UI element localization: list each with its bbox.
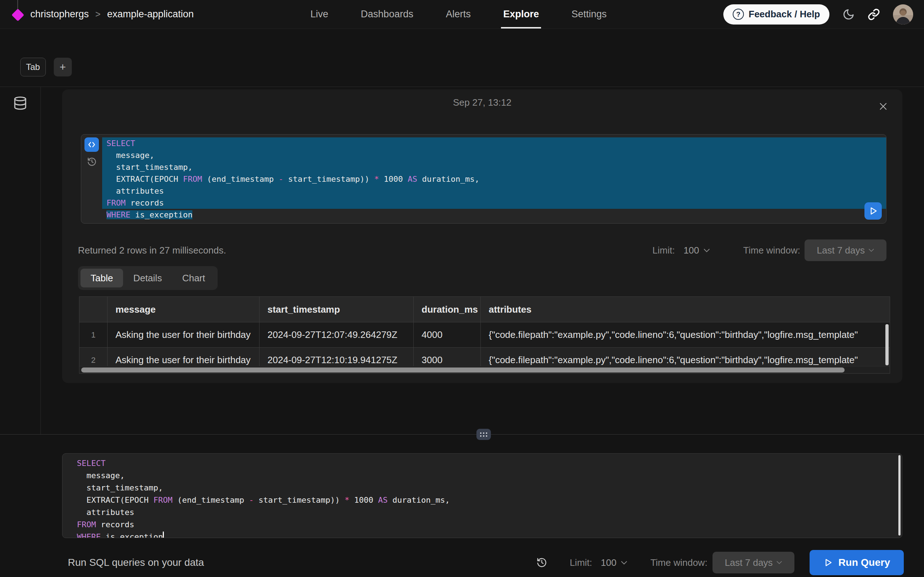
time-window-label: Time window: — [743, 245, 800, 256]
query-tabs-bar: Tab + — [20, 58, 72, 76]
top-navigation-bar: christophergs > example-application Live… — [0, 0, 924, 29]
time-window-select[interactable]: Last 7 days — [804, 239, 887, 261]
sql-line: WHERE is_exception — [77, 531, 902, 538]
cell-duration_ms: 4000 — [414, 322, 481, 347]
add-tab-button[interactable]: + — [54, 58, 72, 76]
code-brackets-icon[interactable] — [84, 137, 99, 152]
limit-value[interactable]: 100 — [683, 245, 699, 256]
vertical-scrollbar-thumb[interactable] — [885, 324, 888, 365]
result-meta-text: Returned 2 rows in 27 milliseconds. — [78, 245, 226, 256]
results-table-clip: messagestart_timestampduration_msattribu… — [79, 297, 890, 366]
nav-item-dashboards[interactable]: Dashboards — [359, 0, 416, 29]
sql-line: message, — [102, 149, 886, 161]
sql-line: WHERE is_exception — [102, 209, 886, 221]
breadcrumb-project[interactable]: example-application — [107, 9, 194, 20]
pane-resize-handle[interactable] — [477, 429, 491, 440]
breadcrumb-org[interactable]: christophergs — [30, 9, 89, 20]
feedback-help-label: Feedback / Help — [749, 9, 820, 20]
time-window-select-bottom[interactable]: Last 7 days — [712, 552, 795, 574]
row-number: 1 — [79, 322, 108, 347]
editor-hint-text: Run SQL queries on your data — [68, 557, 204, 568]
time-window-value-bottom: Last 7 days — [725, 557, 773, 568]
cell-duration_ms: 3000 — [414, 348, 481, 366]
limit-label-bottom: Limit: — [570, 557, 592, 568]
share-link-icon[interactable] — [868, 8, 880, 21]
view-tab-chart[interactable]: Chart — [172, 269, 215, 287]
topbar-actions: ? Feedback / Help — [723, 4, 913, 24]
column-header-message[interactable]: message — [108, 297, 260, 322]
sql-line: attributes — [102, 185, 886, 197]
sql-line: FROM records — [102, 197, 886, 209]
query-history-icon[interactable] — [536, 557, 547, 568]
breadcrumb-separator: > — [95, 9, 101, 19]
cell-attributes: {"code.filepath":"example.py","code.line… — [481, 322, 890, 347]
sql-preview-gutter — [81, 134, 102, 223]
pane-split-line — [0, 434, 924, 435]
nav-item-live[interactable]: Live — [308, 0, 331, 29]
nav-item-alerts[interactable]: Alerts — [444, 0, 473, 29]
time-window-value: Last 7 days — [817, 245, 865, 256]
logo-diamond-icon — [11, 8, 24, 21]
feedback-help-button[interactable]: ? Feedback / Help — [723, 4, 829, 24]
main-nav: LiveDashboardsAlertsExploreSettings — [194, 0, 723, 29]
sql-line: SELECT — [102, 137, 886, 149]
nav-item-settings[interactable]: Settings — [569, 0, 609, 29]
result-card-header: Sep 27, 13:12 — [78, 89, 887, 115]
close-icon[interactable] — [877, 100, 889, 113]
chevron-down-icon[interactable] — [621, 561, 627, 565]
horizontal-scrollbar[interactable] — [79, 366, 890, 373]
table-row[interactable]: 1Asking the user for their birthday2024-… — [79, 322, 890, 347]
column-header-start_timestamp[interactable]: start_timestamp — [260, 297, 414, 322]
theme-toggle-moon-icon[interactable] — [842, 8, 855, 21]
run-selection-play-icon[interactable] — [864, 202, 882, 220]
tab-chip[interactable]: Tab — [20, 58, 46, 76]
sql-line: FROM records — [77, 519, 902, 531]
nav-item-explore[interactable]: Explore — [501, 0, 541, 29]
limit-value-bottom[interactable]: 100 — [601, 557, 617, 568]
cell-attributes: {"code.filepath":"example.py","code.line… — [481, 348, 890, 366]
run-query-button[interactable]: Run Query — [809, 550, 904, 575]
text-cursor — [163, 532, 164, 538]
user-avatar[interactable] — [893, 4, 913, 24]
view-tab-table[interactable]: Table — [81, 269, 123, 287]
column-header-duration_ms[interactable]: duration_ms — [414, 297, 481, 322]
sql-line: EXTRACT(EPOCH FROM (end_timestamp - star… — [102, 173, 886, 185]
result-view-tabs: TableDetailsChart — [78, 266, 218, 290]
sql-line: start_timestamp, — [77, 482, 902, 494]
row-number: 2 — [79, 348, 108, 366]
limit-label: Limit: — [653, 245, 675, 256]
bottom-bar-controls: Limit: 100 Time window: Last 7 days Run … — [536, 550, 904, 575]
query-result-card: Sep 27, 13:12 SELECT message, start_time… — [62, 89, 902, 383]
horizontal-scrollbar-thumb[interactable] — [81, 367, 845, 372]
table-row[interactable]: 2Asking the user for their birthday2024-… — [79, 347, 890, 366]
question-circle-icon: ? — [733, 9, 744, 20]
run-query-label: Run Query — [838, 557, 890, 568]
time-window-label-bottom: Time window: — [650, 557, 708, 568]
left-sidebar — [0, 87, 41, 434]
chevron-down-icon[interactable] — [703, 248, 710, 253]
breadcrumb: christophergs > example-application — [30, 9, 194, 20]
bottom-action-bar: Run SQL queries on your data Limit: 100 … — [0, 548, 924, 577]
view-tab-details[interactable]: Details — [123, 269, 172, 287]
history-clock-icon[interactable] — [87, 157, 97, 167]
results-table: messagestart_timestampduration_msattribu… — [79, 297, 890, 374]
sql-line: attributes — [77, 506, 902, 519]
sql-line: message, — [77, 469, 902, 482]
table-header-row: messagestart_timestampduration_msattribu… — [79, 297, 890, 322]
cell-start_timestamp: 2024-09-27T12:10:19.941275Z — [260, 348, 414, 366]
database-icon[interactable] — [13, 95, 27, 111]
table-corner-cell — [79, 297, 108, 322]
sql-preview[interactable]: SELECT message, start_timestamp, EXTRACT… — [102, 134, 886, 223]
grip-dots-icon — [480, 432, 487, 437]
column-header-attributes[interactable]: attributes — [481, 297, 890, 322]
editor-scrollbar-thumb[interactable] — [898, 455, 901, 535]
sql-line: SELECT — [77, 457, 902, 469]
sql-editor[interactable]: SELECT message, start_timestamp, EXTRACT… — [62, 453, 902, 538]
result-meta-controls: Limit: 100 Time window: Last 7 days — [653, 239, 887, 261]
pane-divider-top — [0, 87, 924, 87]
result-meta-row: Returned 2 rows in 27 milliseconds. Limi… — [78, 239, 887, 261]
cell-message: Asking the user for their birthday — [108, 348, 260, 366]
sql-line: EXTRACT(EPOCH FROM (end_timestamp - star… — [77, 494, 902, 506]
logfire-logo[interactable] — [11, 0, 25, 29]
cell-message: Asking the user for their birthday — [108, 322, 260, 347]
